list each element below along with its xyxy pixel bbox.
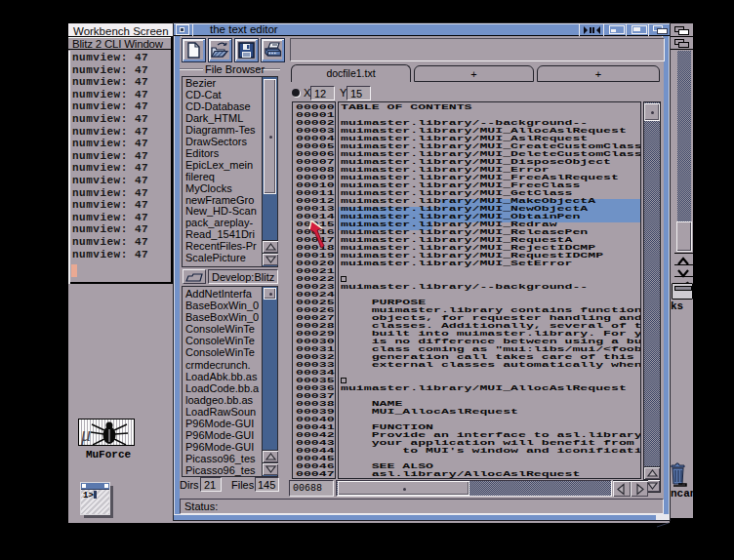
svg-text:μ: μ (80, 423, 91, 445)
